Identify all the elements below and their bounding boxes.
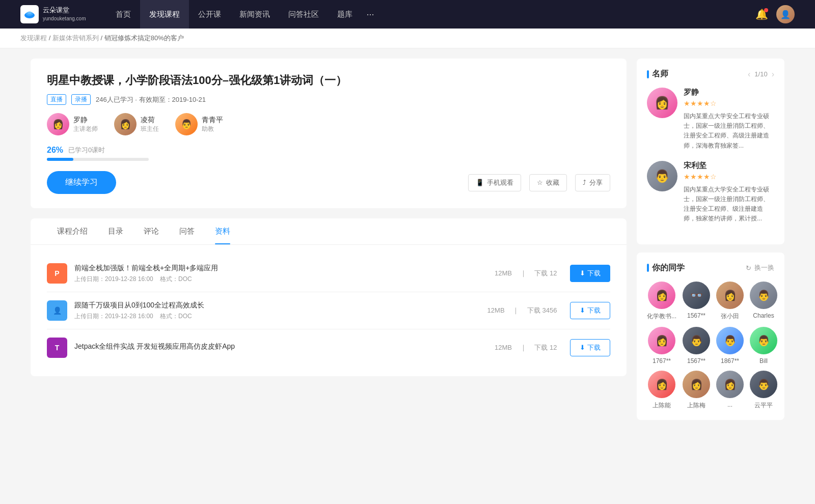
tabs-content: P 前端全栈加强版！前端全栈+全周期+多端应用 上传日期：2019-12-28 … <box>31 245 627 376</box>
download-btn-2[interactable]: ⬇ 下载 <box>570 339 610 356</box>
classmate-name-3: Charles <box>753 312 774 319</box>
nav-item-qa[interactable]: 问答社区 <box>279 0 328 29</box>
classmate-7: 👨 Bill <box>750 327 777 365</box>
resource-stats-0: 12MB ｜ 下载 12 <box>492 269 560 278</box>
refresh-btn[interactable]: ↻ 换一换 <box>746 263 774 272</box>
classmate-avatar-6[interactable]: 👨 <box>716 327 744 354</box>
resource-size-1: 12MB <box>487 306 505 314</box>
progress-bar-fill <box>47 158 73 161</box>
progress-pct: 26% <box>47 146 63 155</box>
resource-title-0: 前端全栈加强版！前端全栈+全周期+多端应用 <box>74 264 492 273</box>
nav-prev-icon[interactable]: ‹ <box>748 70 750 79</box>
teacher-role-2: 助教 <box>202 125 223 133</box>
classmate-avatar-3[interactable]: 👨 <box>750 282 777 309</box>
sidebar-teacher-0: 👩 罗静 ★★★★☆ 国内某重点大学安全工程专业硕士，国家一级注册消防工程师、注… <box>647 88 774 151</box>
breadcrumb-link-1[interactable]: 发现课程 <box>20 34 47 42</box>
nav-item-home[interactable]: 首页 <box>106 0 140 29</box>
nav-items: 首页 发现课程 公开课 新闻资讯 问答社区 题库 ··· <box>106 0 755 29</box>
teacher-avatar-2: 👨 <box>175 113 198 135</box>
teacher-info-0: 罗静 主讲老师 <box>73 116 98 133</box>
teacher-name-0: 罗静 <box>73 116 98 125</box>
bell-icon[interactable]: 🔔 <box>755 8 768 20</box>
continue-button[interactable]: 继续学习 <box>47 171 116 194</box>
resource-format-1: 格式：DOC <box>160 313 192 320</box>
nav-item-bank[interactable]: 题库 <box>328 0 362 29</box>
course-enrollment: 246人已学习 · 有效期至：2019-10-21 <box>96 95 206 104</box>
resource-stats-1: 12MB ｜ 下载 3456 <box>484 306 560 315</box>
teacher-role-1: 班主任 <box>141 125 159 133</box>
nav-next-icon[interactable]: › <box>772 70 774 79</box>
classmate-name-6: 1867** <box>721 357 739 365</box>
teacher-info-2: 青青平 助教 <box>202 116 223 133</box>
logo[interactable]: 云朵课堂yundouketang.com <box>20 5 86 23</box>
classmate-avatar-1[interactable]: 👓 <box>683 282 710 309</box>
panel-nav-page: 1/10 <box>754 70 767 78</box>
nav-more[interactable]: ··· <box>362 9 379 20</box>
classmate-avatar-8[interactable]: 👩 <box>648 371 675 398</box>
resource-downloads-1: 下载 3456 <box>527 306 557 314</box>
progress-label: 26% 已学习0课时 <box>47 146 610 155</box>
course-title: 明星中教授课，小学阶段语法100分–强化级第1讲动词（一） <box>47 73 610 88</box>
tab-review[interactable]: 评论 <box>133 218 169 244</box>
resource-downloads-2: 下载 12 <box>534 344 557 351</box>
action-btns: 📱 手机观看 ☆ 收藏 ⤴ 分享 <box>468 174 610 191</box>
classmate-11: 👨 云平平 <box>750 371 777 410</box>
classmate-name-2: 张小田 <box>721 312 739 321</box>
download-btn-1[interactable]: ⬇ 下载 <box>570 302 610 319</box>
breadcrumb: 发现课程 / 新媒体营销系列 / 销冠修炼术搞定80%的客户 <box>0 29 815 48</box>
teacher-2: 👨 青青平 助教 <box>175 113 223 135</box>
tabs-header: 课程介绍 目录 评论 问答 资料 <box>31 218 627 245</box>
panel-nav: ‹ 1/10 › <box>748 70 774 79</box>
classmate-2: 👩 张小田 <box>716 282 744 321</box>
sidebar-teacher-name-1: 宋利坚 <box>684 161 774 171</box>
panel-title-teachers: 名师 <box>647 69 668 79</box>
resource-format-0: 格式：DOC <box>160 275 192 283</box>
classmate-avatar-0[interactable]: 👩 <box>648 282 675 309</box>
logo-text: 云朵课堂yundouketang.com <box>43 6 86 22</box>
classmate-name-9: 上陈梅 <box>687 401 705 410</box>
avatar-image: 👤 <box>776 5 795 23</box>
nav-item-news[interactable]: 新闻资讯 <box>230 0 279 29</box>
mobile-view-btn[interactable]: 📱 手机观看 <box>468 174 521 191</box>
bell-dot <box>764 8 768 12</box>
sidebar-teacher-desc-0: 国内某重点大学安全工程专业硕士，国家一级注册消防工程师、注册安全工程师、高级注册… <box>684 111 774 151</box>
teacher-role-0: 主讲老师 <box>73 125 98 133</box>
course-card: 明星中教授课，小学阶段语法100分–强化级第1讲动词（一） 直播 录播 246人… <box>31 59 627 208</box>
collect-btn[interactable]: ☆ 收藏 <box>529 174 567 191</box>
classmate-avatar-4[interactable]: 👩 <box>648 327 675 354</box>
nav-item-open[interactable]: 公开课 <box>189 0 230 29</box>
classmates-grid: 👩 化学教书... 👓 1567** 👩 张小田 <box>647 282 774 410</box>
tab-toc[interactable]: 目录 <box>98 218 133 244</box>
panel-header-classmates: 你的同学 ↻ 换一换 <box>647 263 774 273</box>
sidebar-teacher-avatar-1: 👨 <box>647 161 677 191</box>
resource-icon-2: T <box>47 338 67 358</box>
resource-meta-1: 上传日期：2019-12-28 16:00 格式：DOC <box>74 312 484 321</box>
left-content: 明星中教授课，小学阶段语法100分–强化级第1讲动词（一） 直播 录播 246人… <box>31 59 627 428</box>
classmate-avatar-9[interactable]: 👩 <box>683 371 710 398</box>
share-btn[interactable]: ⤴ 分享 <box>575 174 610 191</box>
tab-qa[interactable]: 问答 <box>169 218 205 244</box>
classmate-avatar-2[interactable]: 👩 <box>716 282 744 309</box>
download-btn-0[interactable]: ⬇ 下载 <box>570 265 610 282</box>
classmate-avatar-5[interactable]: 👨 <box>683 327 710 354</box>
resource-size-0: 12MB <box>495 269 512 277</box>
resource-info-2: Jetpack全组件实战 开发短视频应用高仿皮皮虾App <box>74 342 492 353</box>
resource-item-0: P 前端全栈加强版！前端全栈+全周期+多端应用 上传日期：2019-12-28 … <box>47 255 610 292</box>
share-icon: ⤴ <box>583 179 586 186</box>
teacher-avatar-0: 👩 <box>47 113 69 135</box>
collect-icon: ☆ <box>537 179 543 186</box>
classmate-avatar-7[interactable]: 👨 <box>750 327 777 354</box>
tabs-section: 课程介绍 目录 评论 问答 资料 P 前端全栈加强版！前端全栈+全周期+多端应用… <box>31 218 627 376</box>
breadcrumb-link-2[interactable]: 新媒体营销系列 <box>52 34 99 42</box>
nav-item-courses[interactable]: 发现课程 <box>140 0 189 29</box>
tab-resources[interactable]: 资料 <box>205 218 240 244</box>
classmate-5: 👨 1567** <box>683 327 710 365</box>
sidebar-teacher-avatar-0: 👩 <box>647 88 677 118</box>
sidebar-teacher-desc-1: 国内某重点大学安全工程专业硕士，国家一级注册消防工程师、注册安全工程师、级注册建… <box>684 185 774 224</box>
tab-intro[interactable]: 课程介绍 <box>47 218 98 244</box>
course-meta: 直播 录播 246人已学习 · 有效期至：2019-10-21 <box>47 94 610 105</box>
nav-right: 🔔 👤 <box>755 5 795 23</box>
classmate-avatar-11[interactable]: 👨 <box>750 371 777 398</box>
classmate-avatar-10[interactable]: 👩 <box>716 371 744 398</box>
user-avatar[interactable]: 👤 <box>776 5 795 23</box>
